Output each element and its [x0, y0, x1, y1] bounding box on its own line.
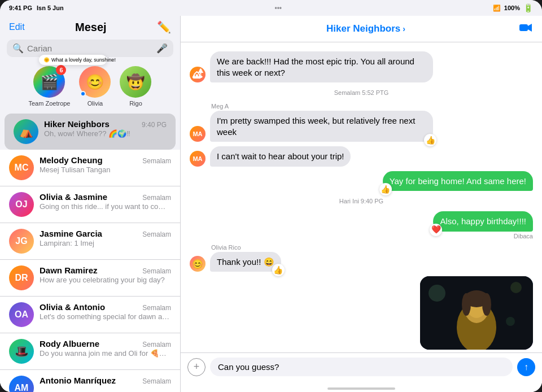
- read-receipt-5: Dibaca: [514, 233, 533, 239]
- svg-point-9: [510, 282, 522, 293]
- message-bubble-6: Thank you!! 😄 👍: [210, 252, 281, 272]
- svg-point-6: [462, 293, 471, 316]
- message-bubble-2: I'm pretty swamped this week, but relati…: [210, 111, 433, 142]
- list-item-olivia-jasmine[interactable]: OJ Olivia & Jasmine Semalam Going on thi…: [0, 186, 180, 223]
- msg-time-olivia-jasmine: Semalam: [142, 194, 171, 202]
- msg-time-rody-albuerne: Semalam: [142, 341, 171, 349]
- send-button[interactable]: ↑: [517, 358, 535, 376]
- svg-point-10: [506, 317, 515, 326]
- message-list: ⛺ Hiker Neighbors 9:40 PG Oh, wow! Where…: [0, 114, 180, 392]
- msg-time-olivia-antonio: Semalam: [142, 304, 171, 312]
- home-indicator: [181, 381, 542, 392]
- pinned-name-olivia: Olivia: [88, 100, 103, 107]
- battery-indicator: 100%: [504, 5, 520, 11]
- plus-button[interactable]: +: [187, 358, 206, 376]
- avatar-rody-albuerne: 🎩: [9, 339, 34, 364]
- pinned-name-rigo: Rigo: [129, 100, 142, 107]
- pinned-contacts: 🎬 6 🌞 What a lovely day, sunshine! Team …: [0, 62, 180, 114]
- msg-preview-melody: Mesej Tulisan Tangan: [40, 165, 171, 174]
- mic-icon[interactable]: 🎤: [156, 43, 168, 54]
- list-item-antonio-manriquez[interactable]: AM Antonio Manríquez Semalam: [0, 370, 180, 392]
- msg-preview-rody-albuerne: Do you wanna join me and Oli for 🍕🍟 brea…: [40, 349, 171, 358]
- list-item-jasmine-garcia[interactable]: JG Jasmine Garcia Semalam Lampiran: 1 Im…: [0, 223, 180, 260]
- msg-time-melody: Semalam: [142, 157, 171, 165]
- timestamp-semalam: Semalam 5:52 PTG: [190, 89, 533, 96]
- pinned-contact-rigo[interactable]: 🤠 Rigo: [120, 66, 151, 107]
- avatar-rigo: 🤠: [120, 66, 151, 98]
- table-row: Yay for being home! And same here! 👍: [190, 171, 533, 191]
- message-input[interactable]: [210, 358, 513, 376]
- msg-preview-olivia-antonio: Let's do something special for dawn at t…: [40, 312, 171, 321]
- chat-avatar-initial: 🏕: [190, 67, 206, 82]
- battery-icon: 🔋: [523, 3, 533, 12]
- msg-time-antonio-manriquez: Semalam: [142, 377, 171, 385]
- table-row: 😊 Olivia Rico Thank you!! 😄 👍: [190, 244, 533, 272]
- msg-time-hiker: 9:40 PG: [142, 121, 167, 129]
- sidebar-title: Mesej: [25, 21, 157, 34]
- reaction-thumbsup-4: 👍: [379, 183, 392, 195]
- status-time: 9:41 PG: [9, 5, 32, 11]
- svg-rect-0: [519, 24, 528, 31]
- compose-button[interactable]: ✏️: [157, 20, 171, 34]
- avatar-olivia-antonio: OA: [9, 302, 34, 327]
- msg-name-jasmine-garcia: Jasmine Garcia: [40, 229, 102, 238]
- msg-name-rody-albuerne: Rody Albuerne: [40, 339, 99, 349]
- chat-header: Hiker Neighbors ›: [181, 16, 542, 42]
- chat-avatar-olivia-rico: 😊: [190, 256, 206, 272]
- list-item-melody[interactable]: MC Melody Cheung Semalam Mesej Tulisan T…: [0, 150, 180, 186]
- avatar-olivia-jasmine: OJ: [9, 192, 34, 217]
- msg-name-melody: Melody Cheung: [40, 155, 103, 165]
- avatar-melody: MC: [9, 155, 34, 180]
- list-item-olivia-antonio[interactable]: OA Olivia & Antonio Semalam Let's do som…: [0, 297, 180, 333]
- avatar-hiker: ⛺: [14, 119, 38, 144]
- chat-title[interactable]: Hiker Neighbors ›: [326, 23, 405, 34]
- list-item-rody-albuerne[interactable]: 🎩 Rody Albuerne Semalam Do you wanna joi…: [0, 333, 180, 370]
- timestamp-today: Hari Ini 9:40 PG: [190, 198, 533, 204]
- bubble-preview-team-zoetrope: 🌞 What a lovely day, sunshine!: [39, 55, 107, 65]
- avatar-jasmine-garcia: JG: [9, 229, 34, 254]
- msg-name-dawn-ramirez: Dawn Ramirez: [40, 265, 98, 275]
- list-item-dawn-ramirez[interactable]: DR Dawn Ramirez Semalam How are you cele…: [0, 260, 180, 297]
- msg-preview-olivia-jasmine: Going on this ride... if you want to com…: [40, 202, 171, 211]
- sidebar: Edit Mesej ✏️ 🔍 🎤 🎬 6 🌞 Wh: [0, 16, 181, 392]
- message-bubble-4: Yay for being home! And same here! 👍: [383, 171, 533, 191]
- pinned-contact-olivia[interactable]: 😊 Olivia: [79, 66, 111, 107]
- svg-point-8: [429, 285, 445, 302]
- home-bar: [327, 387, 395, 390]
- msg-preview-hiker: Oh, wow! Where?? 🌈🌍‼️: [44, 129, 167, 138]
- device-frame: 9:41 PG Isn 5 Jun ••• 📶 100% 🔋 Edit Mese…: [0, 0, 542, 392]
- table-row: Also, happy birthday!!!! ❤️ Dibaca: [190, 211, 533, 239]
- pinned-name-team-zoetrope: Team Zoetrope: [29, 100, 71, 107]
- main-content: Edit Mesej ✏️ 🔍 🎤 🎬 6 🌞 Wh: [0, 16, 542, 392]
- table-row: MA I can't wait to hear about your trip!: [190, 146, 533, 167]
- wifi-icon: 📶: [493, 5, 501, 12]
- table-row: MA Meg A I'm pretty swamped this week, b…: [190, 103, 533, 142]
- edit-button[interactable]: Edit: [9, 22, 25, 32]
- sender-name-olivia-rico: Olivia Rico: [210, 244, 241, 251]
- reaction-heart-5: ❤️: [430, 224, 442, 236]
- message-bubble-1: We are back!!! Had the most epic trip. Y…: [210, 51, 433, 82]
- unread-dot-olivia: [80, 91, 86, 97]
- message-bubble-3: I can't wait to hear about your trip!: [210, 146, 351, 167]
- chat-input-bar: + ↑: [181, 352, 542, 381]
- table-row: [190, 276, 533, 350]
- reaction-thumbsup-2: 👍: [424, 134, 436, 146]
- msg-preview-jasmine-garcia: Lampiran: 1 Imej: [40, 239, 171, 247]
- list-item-hiker[interactable]: ⛺ Hiker Neighbors 9:40 PG Oh, wow! Where…: [5, 114, 176, 150]
- msg-name-hiker: Hiker Neighbors: [44, 119, 110, 129]
- video-call-button[interactable]: [519, 21, 533, 36]
- search-input[interactable]: [27, 43, 153, 53]
- msg-time-dawn-ramirez: Semalam: [142, 267, 171, 275]
- msg-preview-dawn-ramirez: How are you celebrating your big day?: [40, 276, 171, 284]
- pinned-contact-team-zoetrope[interactable]: 🎬 6 🌞 What a lovely day, sunshine! Team …: [29, 66, 71, 107]
- chat-avatar-meg-a-2: MA: [190, 151, 206, 167]
- chat-avatar-meg-a: MA: [190, 126, 206, 142]
- sender-name-meg-a: Meg A: [210, 103, 229, 110]
- status-bar: 9:41 PG Isn 5 Jun ••• 📶 100% 🔋: [0, 0, 542, 16]
- sidebar-header: Edit Mesej ✏️: [0, 16, 180, 37]
- msg-name-antonio-manriquez: Antonio Manríquez: [40, 376, 116, 385]
- search-icon: 🔍: [12, 43, 24, 54]
- unread-badge-team-zoetrope: 6: [56, 65, 66, 75]
- status-date: Isn 5 Jun: [37, 5, 64, 11]
- svg-point-7: [482, 293, 491, 316]
